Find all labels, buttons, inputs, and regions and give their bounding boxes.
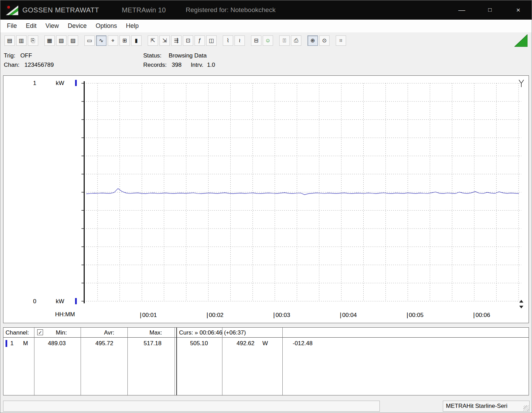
zoom-lens-button[interactable]: ⊙ [319,35,330,46]
save-file-button[interactable]: ▤ [4,35,15,46]
x-axis-tick-mark: | [473,311,475,318]
records-value: 398 [172,62,181,68]
chan-label: Chan: [4,62,19,68]
header-min: Min: [56,329,67,336]
x-axis-tick-mark: | [207,311,208,318]
x-axis-tick-mark: | [273,311,275,318]
waveform-button[interactable]: ⌇ [223,35,233,46]
print-preview-icon: ⍐ [283,38,286,44]
crosshair-view-button[interactable]: ⌖ [108,35,118,46]
status-label: Status: [143,52,161,59]
trigger-status: Trig: OFF [4,52,32,59]
histogram-view-icon: ▮ [135,37,138,44]
device-status-icon: ☺ [265,38,271,44]
column-divider [175,328,175,395]
channel-visible-checkbox[interactable]: ✓ [37,329,43,335]
menu-edit[interactable]: Edit [21,20,41,32]
column-divider [282,328,283,395]
export-window-icon: ⇱ [150,37,155,44]
cell-unit: W [262,340,268,347]
x-axis-tick-label: |00:02 [207,311,223,319]
meter-display-button[interactable]: ▦ [44,35,55,46]
minimize-icon[interactable]: — [457,6,466,14]
cell-cursor-a: 505.10 [190,340,208,347]
app-window: GOSSEN METRAWATT METRAwin 10 Registered … [0,0,532,413]
save-as-icon: ▥ [19,37,24,44]
table-view-button[interactable]: ⊞ [119,35,130,46]
cursor-ruler-icon: ⌗ [339,38,342,44]
brand-text: GOSSEN METRAWATT [22,6,99,14]
crosshair-view-icon: ⌖ [111,38,114,44]
x-axis-tick-label: |00:06 [473,311,490,319]
header-avr: Avr: [104,329,114,336]
records-label: Records: [143,62,167,68]
checkmark-icon: ✓ [38,330,42,335]
cursor-ruler-button[interactable]: ⌗ [336,35,346,46]
column-divider [222,328,222,395]
menu-help[interactable]: Help [122,20,143,32]
menu-options[interactable]: Options [91,20,122,32]
title-bar: GOSSEN METRAWATT METRAwin 10 Registered … [0,0,532,20]
save-as-button[interactable]: ▥ [16,35,27,46]
device-status-button[interactable]: ☺ [263,35,273,46]
menu-device[interactable]: Device [63,20,91,32]
x-axis-tick-label: |00:01 [140,311,157,319]
cell-delta: -012.48 [293,340,313,347]
compare-meters-icon: ⊟ [254,37,258,44]
x-axis-title: HH:MM [55,311,75,318]
histogram-view-button[interactable]: ▮ [131,35,142,46]
function-button[interactable]: ƒ [195,35,205,46]
column-divider [34,328,34,395]
status-panel: Trig: OFF Chan: 123456789 Status: Browsi… [0,49,532,73]
resize-grip[interactable] [523,405,529,411]
toolbar-separator [79,35,84,46]
trig-label: Trig: [4,52,15,59]
browse-status: Status: Browsing Data [143,52,207,59]
import-window-button[interactable]: ⇲ [159,35,170,46]
close-icon[interactable]: × [514,6,523,14]
zoom-signal-icon: ⊕ [310,37,315,44]
y-axis-unit-bottom: kW [56,298,64,305]
table-header-divider [3,337,529,338]
compare-meters-button[interactable]: ⊟ [251,35,261,46]
monitor-button[interactable]: ⊡ [183,35,193,46]
export-window-button[interactable]: ⇱ [148,35,158,46]
menu-file[interactable]: File [2,20,21,32]
device-window-button[interactable]: ◫ [206,35,217,46]
cell-max: 517.18 [144,340,161,347]
toolbar-separator [274,35,279,46]
meter-display-icon: ▦ [47,37,52,44]
export-data-button[interactable]: ⇶ [171,35,181,46]
maximize-icon[interactable]: □ [486,7,494,13]
numeric-display-button[interactable]: ▭ [84,35,95,46]
cell-channel-number: 1 [10,340,13,347]
waveform-icon: ⌇ [227,37,229,44]
device-name: METRAHit Starline-Seri [446,403,508,409]
toolbar-separator [330,35,335,46]
statusbar-device-area: METRAHit Starline-Seri [443,401,530,412]
print-button[interactable]: ⎙ [291,35,301,46]
channel-marker-bottom [75,298,77,304]
x-axis-tick-mark: | [340,311,342,318]
zoom-signal-button[interactable]: ⊕ [307,35,318,46]
meter-offline-button[interactable]: ▧ [56,35,66,46]
toolbar-separator [39,35,44,46]
menu-view[interactable]: View [41,20,63,32]
function-icon: ƒ [198,38,201,44]
channel-marker-top [75,80,77,86]
toolbar-separator [142,35,147,46]
app-title: METRAwin 10 [122,6,166,14]
open-file-button[interactable]: ⎘ [28,35,38,46]
statusbar-message-area [3,401,380,412]
toolbar: ▤▥⎘▦▧▨▭∿⌖⊞▮⇱⇲⇶⊡ƒ◫⌇≀⊟☺⍐⎙⊕⊙⌗ [0,32,532,49]
meter-forward-button[interactable]: ▨ [68,35,78,46]
chart-plot-area[interactable] [3,76,529,323]
cell-avr: 495.72 [95,340,113,347]
waveform-alt-button[interactable]: ≀ [234,35,245,46]
print-preview-button[interactable]: ⍐ [279,35,290,46]
line-chart-view-button[interactable]: ∿ [96,35,106,46]
import-window-icon: ⇲ [162,37,167,44]
x-axis-tick-label: |00:05 [406,311,423,319]
y-axis-min-label: 0 [33,298,36,305]
green-corner-indicator [514,34,528,47]
